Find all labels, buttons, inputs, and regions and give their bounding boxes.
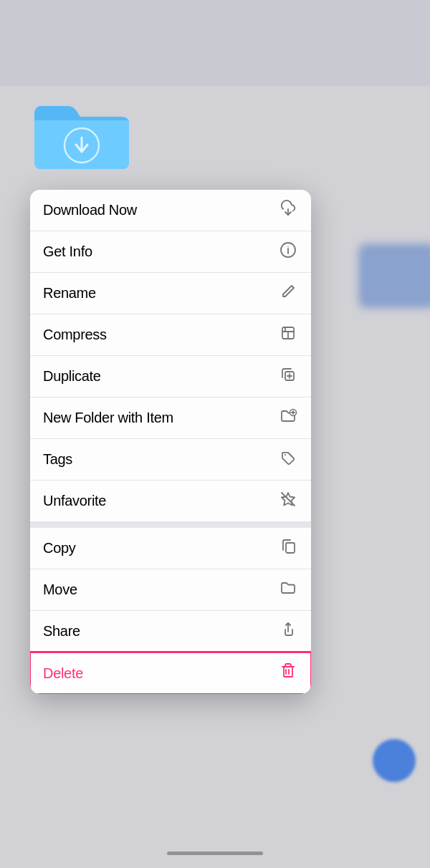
pencil-icon [278, 282, 298, 305]
context-menu: Download Now Get Info Rename Com [30, 190, 311, 694]
tag-icon [278, 448, 298, 471]
menu-item-compress[interactable]: Compress [30, 314, 311, 356]
svg-rect-17 [286, 543, 295, 553]
status-bar-blur [0, 0, 430, 86]
home-indicator [167, 852, 263, 855]
menu-item-unfavorite[interactable]: Unfavorite [30, 481, 311, 522]
menu-item-get-info[interactable]: Get Info [30, 231, 311, 273]
menu-item-label-get-info: Get Info [43, 243, 92, 260]
menu-item-duplicate[interactable]: Duplicate [30, 356, 311, 397]
menu-item-label-tags: Tags [43, 451, 72, 468]
star-off-icon [278, 490, 298, 513]
svg-rect-18 [284, 667, 292, 677]
cloud-download-icon [278, 199, 298, 222]
menu-item-label-delete: Delete [43, 665, 83, 682]
menu-item-move[interactable]: Move [30, 569, 311, 611]
menu-item-label-download-now: Download Now [43, 202, 137, 218]
menu-item-tags[interactable]: Tags [30, 439, 311, 481]
bg-folder-decoration [358, 243, 430, 308]
folder-plus-icon [278, 407, 298, 430]
menu-item-label-copy: Copy [43, 540, 76, 556]
menu-item-label-unfavorite: Unfavorite [43, 493, 106, 509]
folder-open-icon [278, 579, 298, 602]
share-icon [278, 620, 298, 643]
menu-separator [30, 522, 311, 528]
folder-icon-container [29, 93, 133, 175]
folder-icon [29, 93, 133, 172]
svg-point-3 [287, 246, 289, 247]
menu-item-delete[interactable]: Delete [30, 652, 311, 694]
duplicate-icon [278, 365, 298, 388]
menu-item-rename[interactable]: Rename [30, 273, 311, 314]
menu-item-label-new-folder-with-item: New Folder with Item [43, 410, 173, 426]
menu-item-label-compress: Compress [43, 327, 107, 343]
info-icon [278, 241, 298, 264]
copy-icon [278, 537, 298, 560]
menu-item-new-folder-with-item[interactable]: New Folder with Item [30, 397, 311, 439]
trash-icon [278, 662, 298, 685]
menu-item-label-share: Share [43, 623, 80, 640]
menu-item-download-now[interactable]: Download Now [30, 190, 311, 231]
svg-point-14 [285, 454, 286, 455]
menu-item-label-duplicate: Duplicate [43, 368, 101, 385]
bg-dot-decoration [373, 739, 416, 782]
menu-item-label-rename: Rename [43, 285, 96, 302]
menu-item-label-move: Move [43, 582, 77, 598]
menu-item-share[interactable]: Share [30, 611, 311, 652]
compress-icon [278, 324, 298, 347]
menu-item-copy[interactable]: Copy [30, 528, 311, 569]
